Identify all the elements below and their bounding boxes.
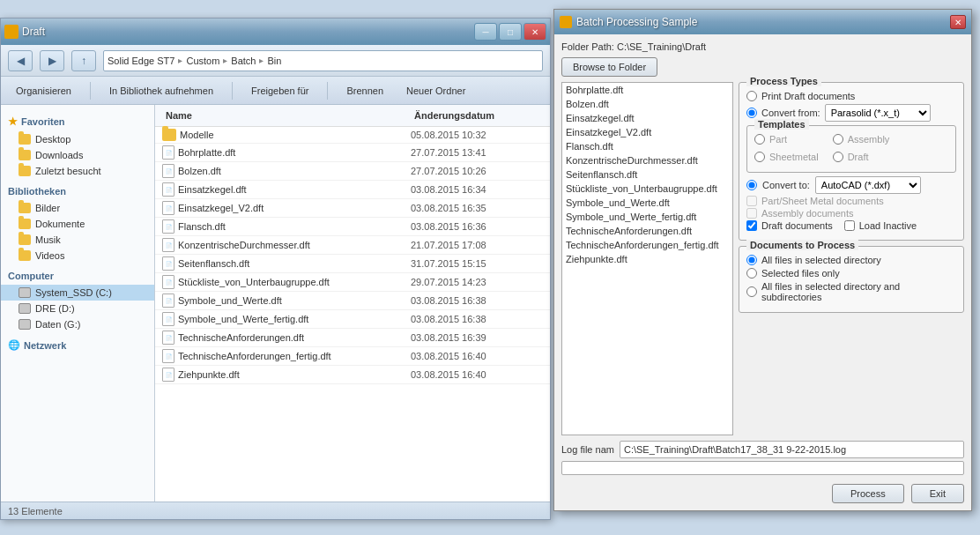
- list-item[interactable]: Stückliste_von_Unterbaugruppe.dft: [562, 182, 732, 196]
- table-row[interactable]: 📄Bolzen.dft27.07.2015 10:26: [155, 162, 550, 181]
- sheetmetal-label[interactable]: Sheetmetal: [769, 152, 819, 162]
- print-draft-label[interactable]: Print Draft documents: [761, 91, 855, 101]
- assembly-label[interactable]: Assembly: [848, 134, 890, 145]
- list-item[interactable]: TechnischeAnforderungen.dft: [562, 224, 732, 238]
- sidebar-item-dre[interactable]: DRE (D:): [1, 301, 154, 316]
- address-bar[interactable]: Solid Edge ST7 ▸ Custom ▸ Batch ▸ Bin: [103, 50, 543, 71]
- list-item[interactable]: Bohrplatte.dft: [562, 83, 732, 97]
- selected-files-radio[interactable]: [746, 268, 757, 279]
- libraries-header[interactable]: Bibliotheken: [1, 182, 154, 200]
- batch-title-left: Batch Processing Sample: [560, 16, 697, 28]
- back-button[interactable]: ◀: [8, 50, 33, 71]
- convert-to-dropdown[interactable]: AutoCAD (*.dxf): [815, 176, 921, 194]
- draft-label[interactable]: Draft: [848, 152, 869, 162]
- sheetmetal-radio[interactable]: [754, 152, 765, 162]
- list-item[interactable]: TechnischeAnforderungen_fertig.dft: [562, 238, 732, 252]
- dft-file-icon: 📄: [162, 349, 174, 363]
- draft-radio[interactable]: [833, 152, 843, 162]
- dft-file-icon: 📄: [162, 275, 174, 289]
- favorites-header[interactable]: ★ Favoriten: [1, 112, 154, 131]
- list-item[interactable]: Flansch.dft: [562, 139, 732, 153]
- include-library-button[interactable]: In Bibliothek aufnehmen: [101, 82, 221, 100]
- all-files-radio[interactable]: [746, 255, 757, 265]
- selected-files-label[interactable]: Selected files only: [761, 268, 840, 279]
- list-item[interactable]: Einsatzkegel.dft: [562, 111, 732, 125]
- convert-to-radio[interactable]: [746, 180, 757, 190]
- table-row[interactable]: 📄Flansch.dft03.08.2015 16:36: [155, 218, 550, 236]
- file-date: 03.08.2015 16:39: [411, 332, 543, 343]
- network-header[interactable]: 🌐 Netzwerk: [1, 336, 154, 354]
- table-row[interactable]: 📄Symbole_und_Werte_fertig.dft03.08.2015 …: [155, 310, 550, 329]
- list-item[interactable]: Seitenflansch.dft: [562, 167, 732, 182]
- batch-file-list[interactable]: Bohrplatte.dftBolzen.dftEinsatzkegel.dft…: [561, 82, 733, 435]
- convert-from-dropdown[interactable]: Parasolid (*.x_t): [825, 104, 931, 122]
- sidebar-item-dokumente[interactable]: Dokumente: [1, 216, 154, 232]
- log-file-input[interactable]: [620, 441, 964, 458]
- assembly-radio[interactable]: [833, 134, 843, 145]
- maximize-button[interactable]: □: [499, 23, 522, 41]
- list-item[interactable]: Symbole_und_Werte_fertig.dft: [562, 210, 732, 224]
- print-draft-radio[interactable]: [746, 91, 757, 101]
- column-date[interactable]: Änderungsdatum: [411, 108, 543, 123]
- table-row[interactable]: 📄Seitenflansch.dft31.07.2015 15:15: [155, 255, 550, 273]
- table-row[interactable]: 📄Ziehpunkte.dft03.08.2015 16:40: [155, 366, 550, 384]
- column-name[interactable]: Name: [162, 108, 411, 123]
- list-item[interactable]: Bolzen.dft: [562, 97, 732, 111]
- load-inactive-checkbox[interactable]: [844, 220, 855, 231]
- table-row[interactable]: 📄TechnischeAnforderungen.dft03.08.2015 1…: [155, 329, 550, 347]
- sidebar-item-daten[interactable]: Daten (G:): [1, 316, 154, 332]
- convert-from-radio[interactable]: [746, 108, 757, 118]
- sidebar-item-bilder[interactable]: Bilder: [1, 200, 154, 216]
- draft-checkbox-row: Draft documents Load Inactive: [746, 220, 956, 231]
- address-part1: Solid Edge ST7: [108, 56, 174, 66]
- all-subdirectories-radio[interactable]: [746, 286, 757, 297]
- sidebar-item-videos[interactable]: Videos: [1, 248, 154, 264]
- exit-button[interactable]: Exit: [911, 484, 964, 503]
- table-row[interactable]: 📄Stückliste_von_Unterbaugruppe.dft29.07.…: [155, 273, 550, 292]
- list-item[interactable]: KonzentrischeDurchmesser.dft: [562, 153, 732, 167]
- share-with-button[interactable]: Freigeben für: [243, 82, 316, 100]
- batch-close-button[interactable]: ✕: [950, 15, 966, 29]
- assembly-documents-checkbox[interactable]: [746, 208, 757, 219]
- all-files-label[interactable]: All files in selected directory: [761, 255, 881, 265]
- new-folder-button[interactable]: Neuer Ordner: [398, 82, 473, 100]
- up-button[interactable]: ↑: [71, 50, 96, 71]
- list-item[interactable]: Einsatzkegel_V2.dft: [562, 125, 732, 139]
- dft-file-icon: 📄: [162, 312, 174, 326]
- file-list: Modelle05.08.2015 10:32📄Bohrplatte.dft27…: [155, 127, 550, 384]
- sidebar-item-recent[interactable]: Zuletzt besucht: [1, 163, 154, 179]
- draft-documents-checkbox[interactable]: [746, 220, 757, 231]
- file-name: KonzentrischeDurchmesser.dft: [178, 240, 411, 250]
- burn-button[interactable]: Brennen: [338, 82, 391, 100]
- desktop-label: Desktop: [35, 134, 71, 145]
- table-row[interactable]: 📄Bohrplatte.dft27.07.2015 13:41: [155, 144, 550, 162]
- browse-to-folder-button[interactable]: Browse to Folder: [561, 57, 657, 77]
- sidebar-item-musik[interactable]: Musik: [1, 232, 154, 248]
- sidebar-item-downloads[interactable]: Downloads: [1, 147, 154, 163]
- sidebar-item-system-ssd[interactable]: System_SSD (C:): [1, 285, 154, 301]
- sidebar-item-desktop[interactable]: Desktop: [1, 131, 154, 147]
- process-button[interactable]: Process: [832, 484, 904, 503]
- list-item[interactable]: Symbole_und_Werte.dft: [562, 196, 732, 210]
- sidebar: ★ Favoriten Desktop Downloads Zuletzt be…: [1, 105, 155, 519]
- forward-button[interactable]: ▶: [40, 50, 64, 71]
- selected-files-radio-row: Selected files only: [746, 268, 956, 279]
- minimize-button[interactable]: ─: [474, 23, 497, 41]
- folder-icon: [19, 134, 31, 145]
- table-row[interactable]: 📄TechnischeAnforderungen_fertig.dft03.08…: [155, 347, 550, 366]
- computer-header[interactable]: Computer: [1, 267, 154, 285]
- list-item[interactable]: Ziehpunkte.dft: [562, 252, 732, 266]
- table-row[interactable]: 📄Symbole_und_Werte.dft03.08.2015 16:38: [155, 292, 550, 310]
- close-button[interactable]: ✕: [523, 23, 546, 41]
- part-label[interactable]: Part: [769, 134, 787, 145]
- all-subdirectories-label[interactable]: All files in selected directory and subd…: [761, 281, 956, 302]
- batch-body: Folder Path: C:\SE_Training\Draft Browse…: [554, 34, 971, 510]
- table-row[interactable]: 📄Einsatzkegel_V2.dft03.08.2015 16:35: [155, 199, 550, 218]
- part-sheetmetal-checkbox[interactable]: [746, 196, 757, 206]
- table-row[interactable]: 📄Einsatzkegel.dft03.08.2015 16:34: [155, 181, 550, 199]
- table-row[interactable]: Modelle05.08.2015 10:32: [155, 127, 550, 144]
- table-row[interactable]: 📄KonzentrischeDurchmesser.dft21.07.2015 …: [155, 236, 550, 255]
- organize-button[interactable]: Organisieren: [8, 82, 79, 100]
- part-radio[interactable]: [754, 134, 765, 145]
- folder-icon: [19, 250, 31, 261]
